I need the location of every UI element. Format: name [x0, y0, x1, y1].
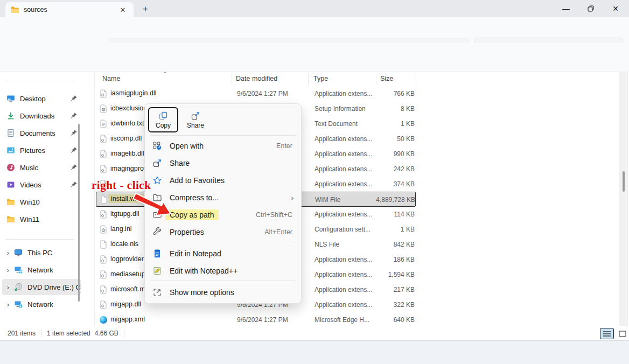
sidebar-item-this-pc[interactable]: ›This PC — [2, 244, 81, 261]
menu-item-open-with[interactable]: Open withEnter — [147, 137, 300, 155]
sidebar-item-music[interactable]: Music — [6, 159, 82, 176]
sidebar-item-documents[interactable]: Documents — [6, 125, 82, 141]
file-name: imagelib.dll — [110, 150, 144, 157]
minimize-button[interactable]: — — [554, 0, 578, 17]
dll-icon — [99, 255, 108, 264]
menu-item-share[interactable]: Share — [147, 155, 300, 172]
copy-icon — [158, 111, 168, 121]
file-row-iasmigplugin-dll[interactable]: iasmigplugin.dll9/6/2024 1:27 PMApplicat… — [96, 86, 416, 101]
pin-icon — [70, 181, 78, 188]
sidebar-separator — [5, 239, 74, 240]
sidebar-item-label: Music — [20, 164, 70, 172]
explorer-tab[interactable]: sources ✕ — [5, 2, 134, 17]
menu-copy-button[interactable]: Copy — [148, 107, 178, 132]
column-size[interactable]: Size — [380, 75, 393, 82]
dll-icon — [99, 165, 108, 173]
folder-icon — [11, 6, 19, 13]
column-divider[interactable] — [232, 74, 232, 85]
folder-icon — [6, 215, 15, 223]
close-button[interactable]: ✕ — [603, 0, 628, 17]
file-name: idwbinfo.txt — [110, 120, 144, 127]
sidebar-item-dvd-drive-e-c[interactable]: ›DVD Drive (E:) C — [2, 279, 81, 295]
column-divider[interactable] — [416, 74, 416, 85]
menu-item-edit-with-notepad[interactable]: Edit with Notepad++ — [147, 262, 300, 279]
file-size: 640 KB — [338, 316, 415, 324]
column-name[interactable]: Name — [102, 75, 120, 82]
navigation-bar: ← → ↑ ⟳ › DVD Drive (E:) CCCOMA_X64FRE_E… — [0, 17, 629, 43]
scrollbar-thumb[interactable] — [623, 171, 625, 192]
sidebar-scrollbar[interactable] — [78, 124, 80, 302]
tab-title: sources — [24, 6, 117, 13]
chevron-right-icon[interactable]: › — [2, 266, 14, 274]
pictures-icon — [6, 146, 15, 155]
large-icons-view-icon — [618, 330, 627, 338]
scrollbar-track[interactable] — [619, 72, 628, 326]
dll-icon — [99, 210, 108, 219]
sidebar-item-label: Documents — [20, 129, 70, 137]
sidebar-item-downloads[interactable]: Downloads — [6, 108, 82, 124]
file-size: 242 KB — [338, 165, 415, 173]
sidebar-item-label: Downloads — [20, 112, 70, 120]
file-size: 50 KB — [338, 135, 415, 143]
dll-icon — [99, 89, 108, 98]
desktop-icon — [6, 94, 15, 103]
file-size: 8 KB — [338, 105, 415, 113]
dvd-icon — [14, 283, 23, 291]
file-icon — [100, 195, 108, 204]
restore-button[interactable] — [578, 0, 603, 17]
menu-separator — [150, 135, 297, 136]
file-size: 842 KB — [338, 241, 415, 248]
menu-item-properties[interactable]: PropertiesAlt+Enter — [147, 223, 300, 241]
new-tab-button[interactable]: + — [139, 3, 152, 15]
sidebar-item-videos[interactable]: Videos — [6, 177, 82, 193]
sidebar-item-label: Win10 — [20, 198, 82, 206]
file-size: 217 KB — [338, 286, 415, 293]
sidebar-item-network[interactable]: ›Network — [2, 296, 81, 312]
menu-separator — [150, 242, 297, 242]
large-icons-view-toggle[interactable] — [616, 328, 629, 339]
network-icon — [14, 265, 23, 274]
dll-icon — [99, 285, 108, 294]
sidebar-item-label: Win11 — [20, 215, 82, 223]
taskbar: Search O >_ 英 倉 12:26 PM 9/10/2025 — [0, 340, 629, 364]
menu-item-label: Copy as path — [170, 211, 256, 219]
share-icon — [152, 158, 162, 168]
menu-item-edit-in-notepad[interactable]: Edit in Notepad — [147, 245, 300, 262]
sidebar-item-pictures[interactable]: Pictures — [6, 142, 82, 158]
file-size: 322 KB — [338, 301, 415, 309]
menu-item-label: Open with — [170, 142, 276, 150]
menu-item-show-more-options[interactable]: Show more options — [147, 284, 300, 301]
column-divider[interactable] — [308, 74, 309, 85]
menu-item-label: Add to Favorites — [170, 176, 300, 185]
chevron-right-icon[interactable]: › — [2, 283, 14, 291]
menu-item-shortcut: Enter — [276, 142, 292, 150]
menu-share-button[interactable]: Share — [180, 107, 211, 132]
column-type[interactable]: Type — [313, 75, 328, 82]
tab-close-icon[interactable]: ✕ — [117, 4, 128, 15]
ini-icon — [99, 225, 108, 234]
restore-icon — [587, 5, 595, 12]
more-icon — [152, 288, 162, 297]
menu-item-add-to-favorites[interactable]: Add to Favorites — [147, 172, 300, 189]
sidebar-item-win11[interactable]: Win11 — [6, 211, 82, 227]
sidebar-item-desktop[interactable]: Desktop — [6, 90, 82, 107]
file-date: 9/6/2024 1:27 PM — [237, 90, 288, 97]
menu-item-label: Compress to... — [170, 193, 291, 202]
chevron-right-icon[interactable]: › — [2, 249, 14, 257]
dll-icon — [99, 135, 108, 143]
menu-item-shortcut: Alt+Enter — [264, 228, 292, 236]
column-divider[interactable] — [376, 74, 376, 85]
txt-icon — [99, 120, 108, 128]
sidebar-item-network[interactable]: ›Network — [2, 262, 81, 278]
chevron-right-icon[interactable]: › — [2, 300, 14, 309]
notepad-icon — [152, 249, 162, 258]
column-date-modified[interactable]: Date modified — [236, 75, 277, 82]
sidebar-item-label: DVD Drive (E:) C — [27, 283, 81, 291]
desktop-screen: sources ✕ + — ✕ ← → ↑ ⟳ › DVD Drive (E:)… — [0, 0, 629, 364]
menu-item-label: Share — [170, 159, 300, 167]
notepadpp-icon — [152, 266, 162, 276]
file-row-migapp-xml[interactable]: migapp.xml9/6/2024 1:27 PMMicrosoft Edge… — [96, 312, 416, 326]
pc-icon — [14, 248, 23, 257]
details-view-toggle[interactable] — [600, 328, 614, 339]
sidebar-item-win10[interactable]: Win10 — [6, 194, 82, 210]
